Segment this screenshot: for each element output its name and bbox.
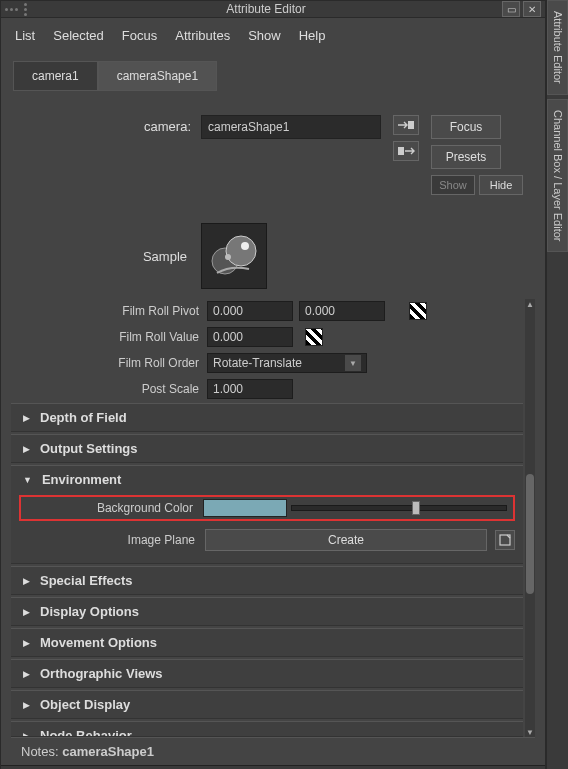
film-roll-pivot-label: Film Roll Pivot bbox=[11, 304, 207, 318]
side-tab-attribute-editor[interactable]: Attribute Editor bbox=[547, 0, 568, 95]
side-tab-channel-box[interactable]: Channel Box / Layer Editor bbox=[547, 99, 568, 252]
section-depth-of-field[interactable]: Depth of Field bbox=[11, 408, 523, 427]
notes-row[interactable]: Notes: cameraShape1 bbox=[11, 737, 535, 765]
post-scale-field[interactable] bbox=[207, 379, 293, 399]
chevron-down-icon: ▼ bbox=[345, 355, 361, 371]
scroll-down-icon[interactable]: ▼ bbox=[525, 727, 535, 737]
vertical-scrollbar[interactable]: ▲ ▼ bbox=[525, 299, 535, 737]
input-connection-icon[interactable] bbox=[393, 115, 419, 135]
background-color-row: Background Color bbox=[19, 495, 515, 521]
create-image-plane-button[interactable]: Create bbox=[205, 529, 487, 551]
section-movement-options[interactable]: Movement Options bbox=[11, 633, 523, 652]
image-plane-label: Image Plane bbox=[19, 533, 205, 547]
output-connection-icon[interactable] bbox=[393, 141, 419, 161]
section-environment[interactable]: Environment bbox=[11, 470, 523, 489]
camera-label: camera: bbox=[11, 115, 201, 134]
image-plane-map-icon[interactable] bbox=[495, 530, 515, 550]
background-color-slider[interactable] bbox=[291, 499, 507, 517]
film-roll-pivot-y[interactable] bbox=[299, 301, 385, 321]
bottom-bar: Select Load Attributes bbox=[1, 765, 545, 769]
section-special-effects[interactable]: Special Effects bbox=[11, 571, 523, 590]
section-display-options[interactable]: Display Options bbox=[11, 602, 523, 621]
section-orthographic-views[interactable]: Orthographic Views bbox=[11, 664, 523, 683]
hide-button[interactable]: Hide bbox=[479, 175, 523, 195]
svg-point-5 bbox=[225, 254, 231, 260]
slider-thumb[interactable] bbox=[412, 501, 420, 515]
close-button[interactable]: ✕ bbox=[523, 1, 541, 17]
section-object-display[interactable]: Object Display bbox=[11, 695, 523, 714]
svg-rect-1 bbox=[398, 147, 404, 155]
close-icon: ✕ bbox=[528, 4, 536, 15]
menu-selected[interactable]: Selected bbox=[53, 28, 104, 43]
menu-focus[interactable]: Focus bbox=[122, 28, 157, 43]
tab-cameraShape1[interactable]: cameraShape1 bbox=[98, 61, 217, 91]
svg-rect-0 bbox=[408, 121, 414, 129]
film-roll-order-label: Film Roll Order bbox=[11, 356, 207, 370]
svg-point-4 bbox=[241, 242, 249, 250]
sample-label: Sample bbox=[11, 249, 201, 264]
sample-swatch[interactable] bbox=[201, 223, 267, 289]
tab-camera1[interactable]: camera1 bbox=[13, 61, 98, 91]
window-titlebar: Attribute Editor ▭ ✕ bbox=[1, 1, 545, 18]
background-color-label: Background Color bbox=[27, 501, 203, 515]
menu-show[interactable]: Show bbox=[248, 28, 281, 43]
film-roll-pivot-x[interactable] bbox=[207, 301, 293, 321]
menu-list[interactable]: List bbox=[15, 28, 35, 43]
menu-attributes[interactable]: Attributes bbox=[175, 28, 230, 43]
menu-help[interactable]: Help bbox=[299, 28, 326, 43]
scroll-up-icon[interactable]: ▲ bbox=[525, 299, 535, 309]
background-color-swatch[interactable] bbox=[203, 499, 287, 517]
svg-point-3 bbox=[226, 236, 256, 266]
focus-button[interactable]: Focus bbox=[431, 115, 501, 139]
film-roll-value-map-icon[interactable] bbox=[305, 328, 323, 346]
film-roll-value-field[interactable] bbox=[207, 327, 293, 347]
show-button[interactable]: Show bbox=[431, 175, 475, 195]
film-roll-pivot-map-icon[interactable] bbox=[409, 302, 427, 320]
dock-button[interactable]: ▭ bbox=[502, 1, 520, 17]
film-roll-order-dropdown[interactable]: Rotate-Translate ▼ bbox=[207, 353, 367, 373]
window-title: Attribute Editor bbox=[33, 2, 499, 16]
film-roll-value-label: Film Roll Value bbox=[11, 330, 207, 344]
scroll-thumb[interactable] bbox=[526, 474, 534, 594]
post-scale-label: Post Scale bbox=[11, 382, 207, 396]
node-tabs: camera1 cameraShape1 bbox=[1, 61, 545, 91]
menu-bar: List Selected Focus Attributes Show Help bbox=[1, 18, 545, 53]
camera-name-field[interactable]: cameraShape1 bbox=[201, 115, 381, 139]
section-output-settings[interactable]: Output Settings bbox=[11, 439, 523, 458]
section-node-behavior[interactable]: Node Behavior bbox=[11, 726, 523, 737]
presets-button[interactable]: Presets bbox=[431, 145, 501, 169]
dock-icon: ▭ bbox=[507, 4, 516, 15]
